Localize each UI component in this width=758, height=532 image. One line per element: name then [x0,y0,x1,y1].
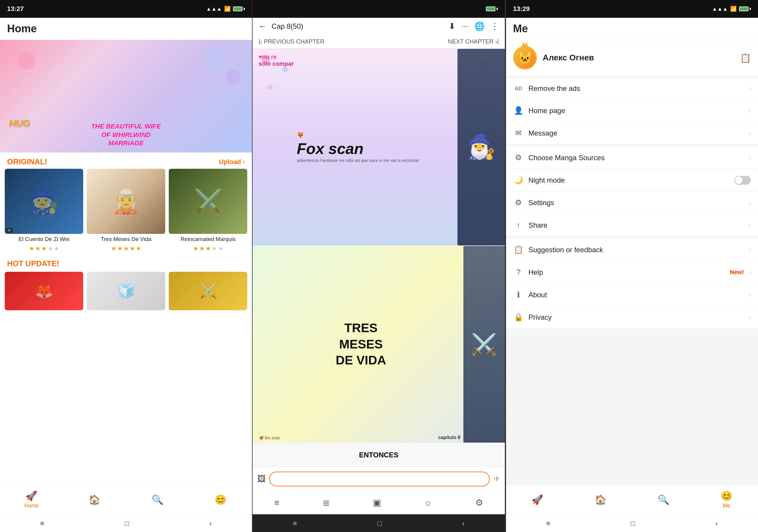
menu-item-manga-sources[interactable]: ⚙ Choose Manga Sources › [506,147,758,169]
phone-home: 13:27 ▲▲▲ 📶 Home HUG THE BEAUTIFUL WIFEO… [0,0,252,532]
sys-back-right[interactable]: ‹ [715,519,718,528]
menu-item-message[interactable]: ✉ Message › [506,122,758,144]
sys-back-left[interactable]: ‹ [210,519,212,528]
manga-title-1: El Cuento De Zi Wei [5,236,83,243]
manga-title-3: Reincarnated Marquis [169,236,247,243]
sys-home-right[interactable]: □ [631,519,635,528]
manga-sources-label: Choose Manga Sources [529,154,744,162]
prev-label: PREVIOUS CHAPTER [264,38,324,45]
me-nav-search-icon: 🔍 [658,494,670,505]
menu-item-feedback[interactable]: 📋 Suggestion or feedback › [506,239,758,261]
feedback-label: Suggestion or feedback [529,246,744,254]
system-nav-middle: ≡ □ ‹ [253,514,504,532]
reader-nav-brightness[interactable]: ☼ [424,498,432,508]
reader-more-icon[interactable]: ··· [461,21,468,31]
sys-menu-middle[interactable]: ≡ [293,519,297,528]
help-badge: New! [730,269,744,276]
menu-item-settings[interactable]: ⚙ Settings › [506,191,758,214]
manga-card-1[interactable]: 🧙 4K El Cuento De Zi Wei ★ ★ ★ ★ ★ [5,169,83,252]
me-nav-home-icon: 🚀 [532,494,543,505]
hot-update-title: HOT UPDATE! [7,259,59,268]
home-banner[interactable]: HUG THE BEAUTIFUL WIFEOF WHIRLWINDMARRIA… [0,40,252,152]
star-2-2: ★ [117,245,122,252]
settings-arrow: › [749,199,751,207]
me-nav-search[interactable]: 🔍 [632,494,695,505]
nav-home[interactable]: 🚀 Home [0,490,63,509]
about-icon: ℹ [513,290,524,299]
reader-nav-menu[interactable]: ≡ [274,498,280,508]
system-nav-right: ≡ □ ‹ [506,514,758,532]
battery-icon [233,7,245,11]
hot-thumb-3[interactable]: ⚔️ [169,272,247,310]
sys-menu-left[interactable]: ≡ [40,519,45,528]
hot-thumb-2[interactable]: 🧊 [87,272,165,310]
sys-menu-right[interactable]: ≡ [546,519,550,528]
me-nav-me-icon: 😊 [721,490,733,502]
profile-name: Алекс Огнев [543,53,594,62]
sys-home-middle[interactable]: □ [378,519,382,528]
menu-item-remove-ads[interactable]: AD Remove the ads › [506,78,758,99]
menu-item-privacy[interactable]: 🔒 Privacy › [506,306,758,328]
star-1-4: ★ [48,245,53,252]
star-3-1: ★ [193,245,198,252]
next-chapter-btn[interactable]: NEXT CHAPTER ›| [448,38,499,45]
reader-download-icon[interactable]: ⬇ [449,21,455,31]
me-nav-library[interactable]: 🏠 [569,494,632,505]
reader-panel-3: ENTONCES [253,443,504,467]
hot-update-header: HOT UPDATE! [0,257,252,272]
star-2-5: ★ [136,245,141,252]
sys-back-middle[interactable]: ‹ [462,519,465,528]
hot-thumb-1[interactable]: 🦊 [5,272,83,310]
reader-nav-settings[interactable]: ⚙ [475,497,483,508]
reader-nav-book[interactable]: ▣ [373,497,381,508]
me-title: Me [513,22,528,35]
reader-input-bar: 🖼 ✈ [253,467,504,490]
original-section-header: ORIGINAL! Upload › [0,152,252,169]
nav-library[interactable]: 🏠 [63,494,126,505]
night-mode-icon: 🌙 [513,176,524,185]
ads-icon: AD [513,85,524,92]
library-nav-icon: 🏠 [88,494,100,505]
menu-item-help[interactable]: ? Help New! › [506,261,758,283]
reader-chapter-title: Cap 8(50) [271,22,303,30]
user-avatar[interactable]: 👑 🐱 [513,46,537,70]
me-nav-me[interactable]: 😊 Me [695,490,758,509]
nav-profile[interactable]: 😊 [189,494,252,505]
status-icons-left: ▲▲▲ 📶 [206,6,245,12]
prev-chapter-btn[interactable]: |‹ PREVIOUS CHAPTER [258,38,324,45]
reader-globe-icon[interactable]: 🌐 [474,21,485,31]
manga-stars-2: ★ ★ ★ ★ ★ [87,245,165,252]
star-1-1: ★ [29,245,34,252]
reader-menu-icon[interactable]: ⋮ [491,21,499,31]
sys-home-left[interactable]: □ [125,519,129,528]
menu-item-night-mode[interactable]: 🌙 Night mode [506,169,758,191]
reader-nav-chapters[interactable]: ≣ [323,497,330,508]
profile-edit-icon[interactable]: 📋 [740,53,751,63]
wifi-icon-right: 📶 [730,6,737,12]
manga-title-2: Tres Meses De Vida [87,236,165,243]
reader-comment-input[interactable] [269,472,490,486]
status-icons-right: ▲▲▲ 📶 [712,6,751,12]
menu-item-homepage[interactable]: 👤 Home page › [506,99,758,122]
manga-char-1: 🧙 [5,169,83,234]
reader-panel-2: ⚔️ TRESMESESDE VIDA 🦊 fox scan capitulo … [253,246,504,443]
about-label: About [529,291,744,299]
me-nav-home[interactable]: 🚀 [506,494,569,505]
send-icon[interactable]: ✈ [493,474,500,484]
nav-search[interactable]: 🔍 [126,494,189,505]
manga-card-3[interactable]: ⚔️ Reincarnated Marquis ★ ★ ★ ★ ★ [169,169,247,252]
me-content: 👑 🐱 Алекс Огнев 📋 AD Remove the ads › 👤 … [506,40,758,484]
menu-item-share[interactable]: ↑ Share › [506,214,758,236]
phone-me: 13:29 ▲▲▲ 📶 Me 👑 🐱 Алекс Огнев 📋 AD [505,0,758,532]
settings-icon: ⚙ [513,198,524,207]
gallery-icon[interactable]: 🖼 [257,474,265,484]
homepage-icon: 👤 [513,106,524,115]
upload-link[interactable]: Upload [219,158,241,166]
menu-item-about[interactable]: ℹ About › [506,283,758,306]
star-1-3: ★ [42,245,47,252]
night-mode-toggle[interactable] [734,176,751,185]
manga-card-2[interactable]: 🧝 Tres Meses De Vida ★ ★ ★ ★ ★ [87,169,165,252]
privacy-arrow: › [749,314,751,321]
home-title: Home [7,22,37,35]
reader-back-icon[interactable]: ← [258,21,267,31]
